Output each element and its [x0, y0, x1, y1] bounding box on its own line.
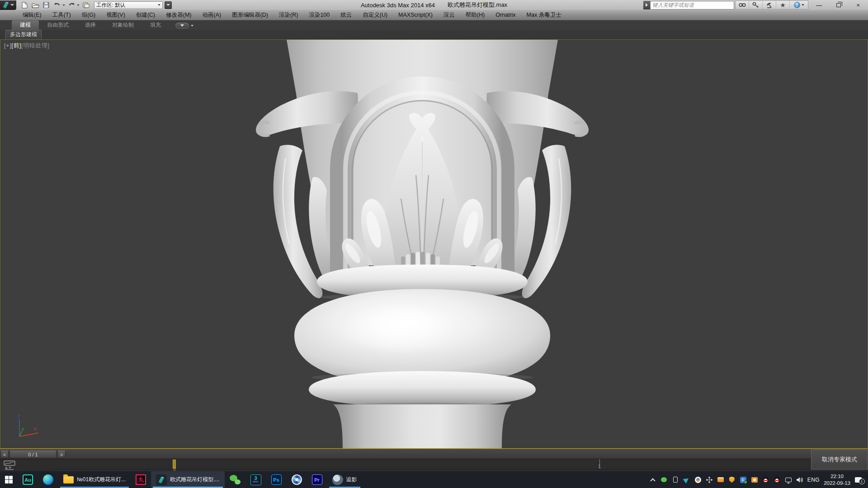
camera-tool-icon[interactable]	[751, 476, 758, 483]
viewport-shading-menu[interactable]: [明暗处理]	[21, 42, 49, 49]
undo-dropdown-icon[interactable]	[62, 5, 65, 6]
close-button[interactable]: ×	[849, 0, 868, 10]
next-frame-button[interactable]: >	[57, 450, 66, 458]
language-indicator[interactable]: ENG	[807, 477, 820, 483]
trackbar-baseline	[54, 469, 868, 469]
menu-item[interactable]: 自定义(U)	[357, 10, 393, 20]
usb-device-icon[interactable]	[672, 476, 679, 483]
track-bar[interactable]: 0 1	[0, 459, 868, 471]
ribbon-minimize-button[interactable]	[175, 23, 189, 28]
open-file-button[interactable]	[31, 1, 40, 9]
minimize-button[interactable]: —	[809, 0, 829, 10]
menu-item[interactable]: 组(G)	[76, 10, 101, 20]
3dsmax-task-icon	[156, 474, 167, 485]
clock-date: 2022-09-13	[824, 480, 850, 487]
favorites-star-icon[interactable]: ★	[776, 1, 790, 9]
taskbar-3dsmax-app[interactable]: 3MAX	[245, 471, 266, 488]
screen-tool-icon[interactable]	[717, 476, 724, 483]
driver-updater-icon[interactable]: C	[740, 476, 747, 483]
menu-item[interactable]: 创建(C)	[131, 10, 160, 20]
menu-item[interactable]: 图形编辑器(D)	[226, 10, 274, 20]
menu-item[interactable]: 帮助(H)	[460, 10, 490, 20]
security-shield-icon[interactable]	[728, 476, 736, 483]
windows-taskbar: Au №01欧式雕花吊灯... 丸 欧式雕花吊灯模型....	[0, 471, 868, 488]
wechat-tray-icon[interactable]	[660, 476, 668, 483]
search-input[interactable]	[650, 1, 734, 9]
menu-item[interactable]: 渲染(R)	[274, 10, 303, 20]
ribbon-tab[interactable]: 自由形式	[39, 20, 77, 30]
taskbar-keyshot[interactable]	[287, 471, 307, 488]
menu-item[interactable]: 工具(T)	[47, 10, 76, 20]
taskbar-chat-task[interactable]: 追影	[327, 471, 362, 488]
menu-item[interactable]: Max 杀毒卫士	[521, 10, 567, 20]
ribbon-options-caret-icon[interactable]	[191, 25, 193, 27]
cloud-sync-icon[interactable]	[694, 476, 702, 483]
volume-icon[interactable]	[796, 476, 803, 483]
time-slider: < 0 / 1 >	[0, 450, 868, 459]
taskbar-photoshop[interactable]: Ps	[266, 471, 287, 488]
project-folder-button[interactable]	[81, 1, 90, 9]
clock[interactable]: 22:10 2022-09-13	[824, 473, 850, 487]
help-button[interactable]: ?	[790, 1, 808, 9]
qq-icon-2[interactable]	[774, 476, 781, 483]
viewport[interactable]: [+][前][明暗处理]	[0, 39, 868, 449]
redo-button[interactable]	[67, 1, 76, 9]
workspace-selector[interactable]: 工作区: 默认	[94, 1, 163, 9]
redo-dropdown-icon[interactable]	[77, 5, 80, 6]
ribbon-tab[interactable]: 对象绘制	[104, 20, 142, 30]
menu-item[interactable]: 炫云	[335, 10, 357, 20]
taskbar-folder-task[interactable]: №01欧式雕花吊灯...	[58, 471, 131, 488]
menu-item[interactable]: 动画(A)	[197, 10, 226, 20]
search-scope-button[interactable]	[643, 1, 650, 9]
new-scene-button[interactable]	[20, 1, 29, 9]
menu-item[interactable]: 渲染100	[303, 10, 335, 20]
menu-item[interactable]: 视图(V)	[101, 10, 131, 20]
wechat-icon	[230, 475, 241, 485]
save-file-button[interactable]	[42, 1, 51, 9]
qq-icon[interactable]	[762, 476, 769, 483]
taskbar-wan-app[interactable]: 丸	[131, 471, 151, 488]
menu-item[interactable]: 修改器(M)	[160, 10, 197, 20]
menu-item[interactable]: 渲云	[438, 10, 460, 20]
key-icon[interactable]	[749, 1, 763, 9]
taskbar-audition[interactable]: Au	[18, 471, 38, 488]
menu-item[interactable]: MAXScript(X)	[393, 10, 438, 20]
ribbon-tab[interactable]: 选择	[77, 20, 104, 30]
menu-item[interactable]: 编辑(E)	[17, 10, 47, 20]
taskbar-3dsmax-task[interactable]: 欧式雕花吊灯模型....	[151, 471, 224, 488]
undo-button[interactable]	[52, 1, 61, 9]
search-scope-arrow-icon	[646, 3, 648, 7]
help-icon: ?	[794, 2, 800, 8]
mini-curve-editor-button[interactable]	[4, 460, 16, 472]
menu-item[interactable]: Ornatrix	[490, 10, 521, 20]
download-arrow-icon[interactable]	[683, 476, 690, 483]
restore-button[interactable]	[829, 0, 848, 10]
ribbon-tab[interactable]: 建模	[12, 20, 39, 30]
frame-indicator-button[interactable]: 0 / 1	[9, 450, 57, 458]
model-column-capital	[0, 40, 868, 448]
taskbar-premiere[interactable]: Pr	[307, 471, 327, 488]
communication-center-icon[interactable]	[763, 1, 776, 9]
premiere-icon: Pr	[312, 474, 322, 485]
ribbon-tabs: 建模自由形式选择对象绘制填充	[0, 20, 868, 30]
network-display-icon[interactable]	[785, 476, 792, 483]
toolbar-overflow-button[interactable]	[165, 1, 172, 9]
notification-center-icon[interactable]: 1	[854, 476, 862, 483]
viewport-menu-plus[interactable]: [+]	[4, 42, 11, 49]
pinwheel-icon[interactable]	[706, 476, 713, 483]
ribbon-minimize-icon	[180, 24, 184, 27]
app-menu-button[interactable]	[0, 0, 16, 10]
overflow-caret-icon	[166, 4, 170, 6]
start-button[interactable]	[0, 471, 18, 488]
cancel-expert-mode-button[interactable]: 取消专家模式	[811, 450, 868, 469]
ribbon-tab[interactable]: 填充	[142, 20, 169, 30]
restore-icon	[836, 3, 841, 7]
viewport-view-menu[interactable]: [前]	[11, 42, 21, 49]
taskbar-edge[interactable]	[38, 471, 58, 488]
polygon-modeling-panel-tab[interactable]: 多边形建模	[5, 30, 42, 39]
taskbar-wechat[interactable]	[225, 471, 245, 488]
previous-frame-button[interactable]: <	[0, 450, 9, 458]
folder-task-label: №01欧式雕花吊灯...	[77, 476, 126, 483]
search-icon[interactable]	[736, 1, 749, 9]
chevron-up-icon[interactable]	[649, 476, 656, 483]
